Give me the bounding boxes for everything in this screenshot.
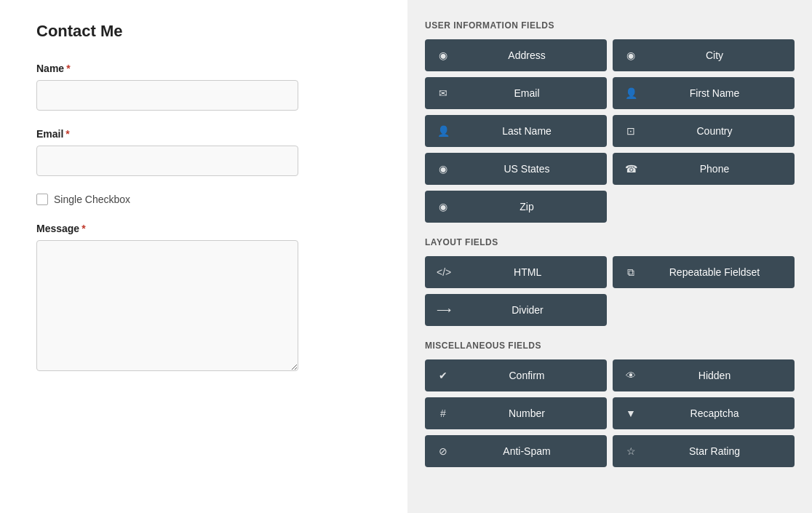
message-textarea[interactable] [36, 240, 298, 371]
city-icon: ◉ [624, 49, 637, 61]
email-label: Email [458, 87, 595, 99]
recaptcha-icon: ▼ [624, 407, 637, 419]
fields-grid-layout: </>HTML⧉Repeatable Fieldset⟶Divider [425, 256, 795, 326]
field-btn-html[interactable]: </>HTML [425, 256, 607, 288]
name-field-group: Name* [36, 63, 371, 111]
right-panel: USER INFORMATION FIELDS◉Address◉City✉Ema… [407, 0, 812, 513]
field-btn-last-name[interactable]: 👤Last Name [425, 115, 607, 147]
phone-label: Phone [646, 163, 783, 175]
field-btn-city[interactable]: ◉City [613, 39, 795, 71]
zip-icon: ◉ [437, 201, 450, 212]
name-input[interactable] [36, 80, 298, 111]
hidden-label: Hidden [646, 370, 783, 381]
us-states-icon: ◉ [437, 163, 450, 175]
last-name-label: Last Name [458, 125, 595, 137]
last-name-icon: 👤 [437, 125, 450, 137]
address-label: Address [458, 49, 595, 61]
email-icon: ✉ [437, 87, 450, 99]
recaptcha-label: Recaptcha [646, 407, 783, 419]
form-title: Contact Me [36, 22, 371, 41]
confirm-label: Confirm [458, 370, 595, 381]
first-name-icon: 👤 [624, 87, 637, 99]
hidden-icon: 👁 [624, 370, 637, 381]
field-btn-zip[interactable]: ◉Zip [425, 191, 607, 223]
first-name-label: First Name [646, 87, 783, 99]
html-label: HTML [460, 266, 595, 278]
html-icon: </> [437, 266, 451, 278]
field-btn-anti-spam[interactable]: ⊘Anti-Spam [425, 435, 607, 467]
field-btn-repeatable-fieldset[interactable]: ⧉Repeatable Fieldset [613, 256, 795, 288]
email-field-group: Email* [36, 128, 371, 176]
field-btn-confirm[interactable]: ✔Confirm [425, 359, 607, 391]
field-btn-email[interactable]: ✉Email [425, 77, 607, 109]
email-input[interactable] [36, 146, 298, 176]
city-label: City [646, 49, 783, 61]
name-label: Name* [36, 63, 371, 74]
left-panel: Contact Me Name* Email* Single Checkbox … [0, 0, 407, 513]
anti-spam-icon: ⊘ [437, 445, 450, 457]
field-btn-number[interactable]: #Number [425, 397, 607, 429]
field-btn-first-name[interactable]: 👤First Name [613, 77, 795, 109]
field-btn-recaptcha[interactable]: ▼Recaptcha [613, 397, 795, 429]
star-rating-label: Star Rating [646, 445, 783, 457]
message-field-group: Message* [36, 223, 371, 374]
field-btn-us-states[interactable]: ◉US States [425, 153, 607, 185]
divider-label: Divider [460, 304, 595, 316]
fields-grid-user-info: ◉Address◉City✉Email👤First Name👤Last Name… [425, 39, 795, 223]
phone-icon: ☎ [624, 163, 637, 175]
field-btn-country[interactable]: ⊡Country [613, 115, 795, 147]
zip-label: Zip [458, 201, 595, 212]
star-rating-icon: ☆ [624, 445, 637, 457]
section-title-layout: LAYOUT FIELDS [425, 237, 795, 247]
repeatable-fieldset-icon: ⧉ [624, 266, 637, 279]
field-btn-phone[interactable]: ☎Phone [613, 153, 795, 185]
fields-grid-misc: ✔Confirm👁Hidden#Number▼Recaptcha⊘Anti-Sp… [425, 359, 795, 467]
us-states-label: US States [458, 163, 595, 175]
anti-spam-label: Anti-Spam [458, 445, 595, 457]
message-label: Message* [36, 223, 371, 234]
country-label: Country [646, 125, 783, 137]
repeatable-fieldset-label: Repeatable Fieldset [646, 266, 783, 278]
email-label: Email* [36, 128, 371, 140]
single-checkbox[interactable] [36, 194, 48, 205]
confirm-icon: ✔ [437, 370, 450, 381]
address-icon: ◉ [437, 49, 450, 61]
country-icon: ⊡ [624, 125, 637, 137]
field-btn-address[interactable]: ◉Address [425, 39, 607, 71]
field-btn-hidden[interactable]: 👁Hidden [613, 359, 795, 391]
field-btn-star-rating[interactable]: ☆Star Rating [613, 435, 795, 467]
number-icon: # [437, 407, 450, 419]
divider-icon: ⟶ [437, 304, 451, 316]
number-label: Number [458, 407, 595, 419]
section-title-misc: MISCELLANEOUS FIELDS [425, 341, 795, 351]
field-btn-divider[interactable]: ⟶Divider [425, 294, 607, 326]
checkbox-label: Single Checkbox [54, 194, 130, 205]
section-title-user-info: USER INFORMATION FIELDS [425, 20, 795, 31]
checkbox-group: Single Checkbox [36, 194, 371, 205]
